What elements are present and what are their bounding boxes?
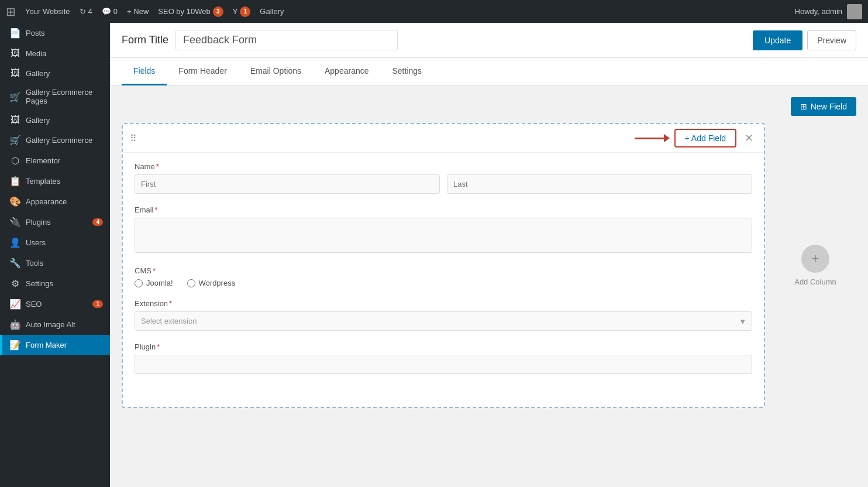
- sidebar-item-templates[interactable]: 📋 Templates: [0, 171, 110, 191]
- column-header: ⠿ + Add Field ✕: [123, 124, 764, 153]
- sidebar-item-label: Auto Image Alt: [26, 320, 75, 329]
- close-column-button[interactable]: ✕: [741, 131, 757, 146]
- name-field-group: Name *: [135, 162, 752, 194]
- add-field-area: + Add Field: [635, 129, 736, 148]
- comments-count[interactable]: 💬 0: [102, 7, 118, 16]
- required-star: *: [157, 342, 160, 351]
- sidebar-item-gallery-ecommerce[interactable]: 🛒 Gallery Ecommerce: [0, 130, 110, 150]
- form-builder: ⠿ + Add Field ✕: [122, 123, 856, 408]
- wp-logo-icon[interactable]: ⊞: [6, 5, 16, 19]
- new-content[interactable]: + New: [127, 7, 149, 16]
- sidebar-item-plugins[interactable]: 🔌 Plugins 4: [0, 212, 110, 232]
- required-star: *: [169, 299, 172, 308]
- gallery-ecommerce-pages-icon: 🛒: [9, 91, 21, 102]
- sidebar-item-elementor[interactable]: ⬡ Elementor: [0, 150, 110, 171]
- add-column-panel: + Add Column: [774, 123, 856, 408]
- comment-icon: 💬: [102, 7, 111, 16]
- seo-plugin[interactable]: SEO by 10Web 3: [158, 6, 223, 17]
- cms-option-joomla[interactable]: Joomla!: [135, 279, 173, 287]
- extension-select[interactable]: Select extension: [135, 311, 752, 331]
- form-title-label: Form Title: [122, 34, 168, 46]
- email-field-label: Email *: [135, 205, 752, 214]
- sidebar-item-label: Settings: [26, 279, 53, 288]
- plugin-field-label: Plugin *: [135, 342, 752, 351]
- settings-icon: ⚙: [9, 278, 21, 289]
- gallery-link[interactable]: Gallery: [260, 7, 284, 16]
- sidebar-item-label: Tools: [26, 259, 43, 267]
- sidebar-item-seo[interactable]: 📈 SEO 1: [0, 294, 110, 314]
- extension-field-group: Extension * Select extension ▼: [135, 299, 752, 331]
- wordpress-radio[interactable]: [187, 279, 195, 287]
- howdy-text: Howdy, admin: [795, 7, 842, 16]
- sidebar-item-label: Gallery: [26, 116, 50, 125]
- sidebar-item-label: Templates: [26, 177, 60, 186]
- gallery2-icon: 🖼: [9, 115, 21, 125]
- preview-button[interactable]: Preview: [807, 30, 856, 50]
- yoast-icon: Y: [233, 7, 238, 16]
- tab-email-options[interactable]: Email Options: [239, 58, 313, 85]
- site-name[interactable]: Your Website: [25, 7, 70, 16]
- tools-icon: 🔧: [9, 258, 21, 269]
- auto-image-alt-icon: 🤖: [9, 319, 21, 330]
- cms-field-group: CMS * Joomla! Wordpress: [135, 266, 752, 287]
- cms-option-wordpress[interactable]: Wordpress: [187, 279, 236, 287]
- sidebar-item-tools[interactable]: 🔧 Tools: [0, 253, 110, 273]
- gallery-icon: 🖼: [9, 68, 21, 78]
- cms-field-label: CMS *: [135, 266, 752, 275]
- sidebar-item-appearance[interactable]: 🎨 Appearance: [0, 191, 110, 212]
- sidebar-item-gallery-ecommerce-pages[interactable]: 🛒 Gallery Ecommerce Pages: [0, 83, 110, 110]
- plugin-field-group: Plugin *: [135, 342, 752, 374]
- posts-icon: 📄: [9, 28, 21, 39]
- sidebar-item-label: Gallery Ecommerce Pages: [26, 88, 103, 105]
- media-icon: 🖼: [9, 48, 21, 59]
- new-field-button[interactable]: ⊞ New Field: [791, 97, 856, 116]
- form-title-bar: Form Title Update Preview: [110, 23, 868, 58]
- name-row: [135, 174, 752, 194]
- tab-appearance[interactable]: Appearance: [313, 58, 381, 85]
- yoast-plugin[interactable]: Y 1: [233, 6, 251, 17]
- required-star: *: [155, 205, 158, 214]
- seo-badge: 1: [92, 300, 103, 308]
- sidebar-item-settings[interactable]: ⚙ Settings: [0, 273, 110, 294]
- sidebar: 📄 Posts 🖼 Media 🖼 Gallery 🛒 Gallery Ecom…: [0, 23, 110, 487]
- sidebar-item-label: Users: [26, 238, 46, 247]
- sidebar-item-gallery2[interactable]: 🖼 Gallery: [0, 110, 110, 130]
- sidebar-item-label: Media: [26, 49, 46, 58]
- plugins-badge: 4: [92, 218, 103, 226]
- last-name-input[interactable]: [447, 174, 752, 194]
- drag-handle-icon[interactable]: ⠿: [130, 133, 137, 144]
- sidebar-item-form-maker[interactable]: 📝 Form Maker: [0, 335, 110, 355]
- arrow-indicator: [635, 134, 670, 142]
- sidebar-item-posts[interactable]: 📄 Posts: [0, 23, 110, 43]
- tab-form-header[interactable]: Form Header: [167, 58, 238, 85]
- email-field-group: Email *: [135, 205, 752, 255]
- form-title-input[interactable]: [175, 30, 398, 50]
- plugins-icon: 🔌: [9, 217, 21, 228]
- updates-count[interactable]: ↻ 4: [80, 7, 92, 16]
- sidebar-item-gallery[interactable]: 🖼 Gallery: [0, 63, 110, 83]
- sidebar-item-media[interactable]: 🖼 Media: [0, 43, 110, 63]
- required-star: *: [156, 162, 159, 171]
- toolbar-row: ⊞ New Field: [122, 97, 856, 116]
- sidebar-item-label: Posts: [26, 29, 45, 37]
- add-column-button[interactable]: +: [801, 245, 829, 273]
- extension-select-wrapper: Select extension ▼: [135, 311, 752, 331]
- appearance-icon: 🎨: [9, 196, 21, 207]
- plugin-input[interactable]: [135, 355, 752, 374]
- sidebar-item-label: Form Maker: [26, 341, 67, 349]
- admin-bar: ⊞ Your Website ↻ 4 💬 0 + New SEO by 10We…: [0, 0, 868, 23]
- update-button[interactable]: Update: [753, 30, 802, 50]
- sidebar-item-users[interactable]: 👤 Users: [0, 232, 110, 253]
- sidebar-item-label: Plugins: [26, 218, 51, 227]
- grid-icon: ⊞: [800, 102, 807, 111]
- add-field-button[interactable]: + Add Field: [674, 129, 736, 148]
- tab-fields[interactable]: Fields: [122, 58, 167, 85]
- email-input[interactable]: [135, 218, 752, 253]
- joomla-radio[interactable]: [135, 279, 143, 287]
- first-name-input[interactable]: [135, 174, 440, 194]
- templates-icon: 📋: [9, 176, 21, 187]
- sidebar-item-label: Gallery Ecommerce: [26, 136, 92, 145]
- tab-settings[interactable]: Settings: [381, 58, 434, 85]
- gallery-ecommerce-icon: 🛒: [9, 135, 21, 146]
- sidebar-item-auto-image-alt[interactable]: 🤖 Auto Image Alt: [0, 314, 110, 335]
